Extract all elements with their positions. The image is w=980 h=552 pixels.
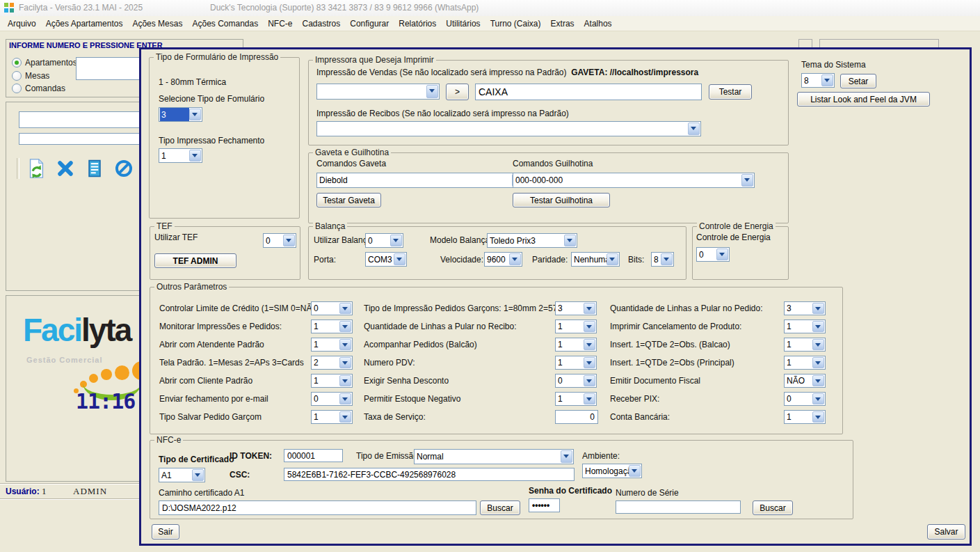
param-select[interactable]: 1 (784, 356, 826, 370)
chevron-down-icon[interactable] (584, 339, 595, 350)
sales-printer-select[interactable] (316, 84, 440, 100)
chevron-down-icon[interactable] (607, 253, 618, 265)
service-tax-field[interactable]: 0 (555, 410, 598, 424)
chevron-down-icon[interactable] (812, 357, 824, 368)
menu-utilitarios[interactable]: Utilitários (441, 19, 485, 29)
use-tef-select[interactable]: 0 (263, 233, 296, 248)
receipt-icon[interactable] (83, 157, 106, 180)
chevron-down-icon[interactable] (394, 253, 405, 265)
menu-turno-caixa[interactable]: Turno (Caixa) (485, 19, 546, 29)
param-select[interactable]: 1 (311, 320, 353, 333)
chevron-down-icon[interactable] (509, 253, 521, 265)
chevron-down-icon[interactable] (812, 375, 824, 386)
test-drawer-button[interactable]: Testar Gaveta (316, 193, 381, 207)
param-select[interactable]: 0 (311, 392, 353, 406)
chevron-down-icon[interactable] (741, 174, 753, 187)
chevron-down-icon[interactable] (339, 303, 351, 314)
param-select[interactable]: 1 (784, 410, 826, 424)
list-look-and-feel-button[interactable]: Listar Look and Feel da JVM (797, 92, 930, 107)
save-button[interactable]: Salvar (927, 524, 965, 539)
drawer-command-select[interactable]: Diebold (316, 173, 525, 188)
menu-arquivo[interactable]: Arquivo (3, 19, 41, 29)
chevron-down-icon[interactable] (339, 321, 351, 332)
scale-parity-select[interactable]: Nenhuma (571, 252, 620, 267)
chevron-down-icon[interactable] (584, 375, 595, 386)
chevron-down-icon[interactable] (390, 235, 402, 246)
param-select[interactable]: 1 (784, 338, 826, 352)
printer-path-field[interactable]: CAIXA (475, 84, 702, 100)
test-cutter-button[interactable]: Testar Guilhotina (513, 193, 610, 207)
param-select[interactable]: 0 (555, 374, 597, 388)
chevron-down-icon[interactable] (688, 123, 700, 135)
scale-speed-select[interactable]: 9600 (484, 252, 522, 267)
chevron-down-icon[interactable] (192, 469, 204, 481)
menu-acoes-comandas[interactable]: Ações Comandas (187, 19, 263, 29)
menu-nfce[interactable]: NFC-e (263, 19, 297, 29)
chevron-down-icon[interactable] (561, 450, 572, 463)
tef-admin-button[interactable]: TEF ADMIN (154, 253, 236, 268)
receipt-printer-select[interactable] (316, 121, 701, 136)
chevron-down-icon[interactable] (584, 303, 595, 314)
chevron-down-icon[interactable] (564, 235, 576, 246)
menu-extras[interactable]: Extras (546, 19, 579, 29)
refresh-document-icon[interactable] (24, 157, 48, 180)
param-select[interactable]: 0 (311, 301, 353, 315)
chevron-down-icon[interactable] (339, 357, 351, 368)
param-select[interactable]: 1 (555, 338, 597, 352)
csc-field[interactable]: 5842E6B1-7162-FEF3-CCBC-492568976028 (284, 468, 575, 481)
chevron-down-icon[interactable] (812, 321, 824, 332)
closing-type-select[interactable]: 1 (159, 148, 202, 163)
id-token-field[interactable]: 000001 (284, 449, 343, 462)
chevron-down-icon[interactable] (661, 253, 673, 265)
cert-type-select[interactable]: A1 (159, 468, 205, 482)
menu-configurar[interactable]: Configurar (345, 19, 394, 29)
energy-select[interactable]: 0 (696, 247, 730, 262)
radio-apartamentos[interactable]: Apartamentos (12, 58, 77, 68)
chevron-down-icon[interactable] (584, 321, 595, 332)
chevron-down-icon[interactable] (339, 393, 351, 404)
menu-acoes-apartamentos[interactable]: Ações Apartamentos (41, 19, 128, 29)
cert-path-field[interactable]: D:\JOSMA2022.p12 (159, 500, 476, 515)
chevron-down-icon[interactable] (812, 393, 824, 404)
param-select[interactable]: 1 (311, 374, 353, 388)
cert-password-field[interactable]: •••••• (529, 498, 560, 512)
ambient-select[interactable]: Homologação (582, 464, 642, 478)
scale-model-select[interactable]: Toledo Prix3 (487, 233, 577, 248)
form-type-select[interactable]: 3 (159, 107, 202, 122)
chevron-down-icon[interactable] (189, 109, 201, 120)
theme-select[interactable]: 8 (801, 73, 835, 88)
chevron-down-icon[interactable] (426, 85, 438, 98)
set-theme-button[interactable]: Setar (840, 74, 876, 88)
chevron-down-icon[interactable] (716, 249, 728, 260)
delete-icon[interactable] (54, 157, 77, 180)
exit-button[interactable]: Sair (152, 524, 179, 539)
chevron-down-icon[interactable] (629, 465, 641, 477)
param-select[interactable]: 1 (555, 320, 597, 333)
radio-comandas[interactable]: Comandas (12, 84, 65, 93)
chevron-down-icon[interactable] (821, 74, 833, 86)
chevron-down-icon[interactable] (189, 150, 201, 161)
menu-atalhos[interactable]: Atalhos (579, 19, 617, 29)
chevron-down-icon[interactable] (812, 411, 824, 423)
param-select[interactable]: 3 (555, 301, 597, 315)
param-select[interactable]: 1 (555, 356, 597, 370)
param-select[interactable]: 0 (784, 392, 826, 406)
param-select[interactable]: 1 (784, 320, 826, 333)
chevron-down-icon[interactable] (812, 303, 824, 314)
chevron-down-icon[interactable] (339, 411, 351, 423)
menu-cadastros[interactable]: Cadastros (298, 19, 346, 29)
scale-port-select[interactable]: COM3 (365, 252, 407, 267)
param-select[interactable]: NÃO (784, 374, 826, 388)
param-select[interactable]: 1 (555, 392, 597, 406)
chevron-down-icon[interactable] (339, 339, 351, 350)
cutter-command-select[interactable]: 000-000-000 (513, 173, 755, 188)
chevron-down-icon[interactable] (283, 235, 295, 246)
menu-relatorios[interactable]: Relatórios (394, 19, 441, 29)
radio-mesas[interactable]: Mesas (12, 71, 49, 81)
test-printer-button[interactable]: Testar (709, 84, 752, 100)
menu-acoes-mesas[interactable]: Ações Mesas (127, 19, 187, 29)
block-icon[interactable] (112, 157, 136, 180)
chevron-down-icon[interactable] (339, 375, 351, 386)
param-select[interactable]: 2 (311, 356, 353, 370)
assign-printer-button[interactable]: > (446, 84, 469, 100)
